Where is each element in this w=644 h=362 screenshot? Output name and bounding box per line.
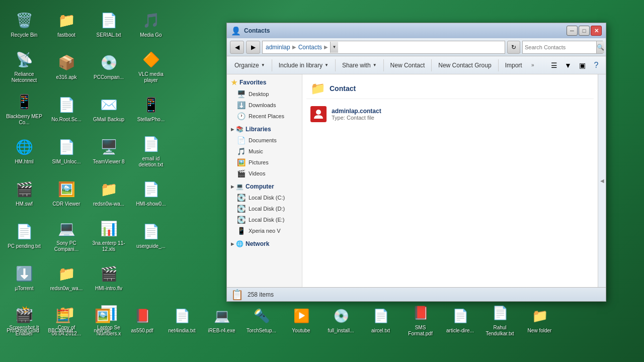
desktop-icon-sim-unlock[interactable]: 📄 SIM_Unloc... xyxy=(46,131,87,171)
close-button[interactable]: ✕ xyxy=(591,26,602,36)
xperia-icon: 📱 xyxy=(237,227,246,235)
help-button[interactable]: ? xyxy=(590,59,603,72)
desktop-icon-userguide[interactable]: 📄 userguide_... xyxy=(131,215,171,255)
sidebar-libraries-header[interactable]: ▶ 📚 Libraries xyxy=(227,124,302,135)
icon-img-media-go: 🎵 xyxy=(141,10,161,30)
icon-img-no-root-sc: 📄 xyxy=(56,95,76,115)
address-adminlap[interactable]: adminlap xyxy=(266,44,290,51)
sidebar-item-videos[interactable]: 🎬 Videos xyxy=(227,168,302,179)
organize-arrow: ▼ xyxy=(261,63,265,67)
icon-label-cdr-viewer: CDR Viewer xyxy=(53,201,80,207)
icon-img-full-install: 💿 xyxy=(331,306,351,326)
desktop-icon-no-root-sc[interactable]: 📄 No.Root.Sc... xyxy=(46,88,87,129)
toolbar-sep-3 xyxy=(383,59,384,71)
desktop-icon-redsn0w-wat[interactable]: 📁 redsn0w_wa... xyxy=(46,257,87,298)
desktop-icon-cdr-viewer[interactable]: 🖼️ CDR Viewer xyxy=(46,173,87,213)
taskbar-icon-sms-format[interactable]: 📕 SMS Format.pdf xyxy=(401,300,439,340)
sidebar-network-header[interactable]: ▶ 🌐 Network xyxy=(227,238,302,249)
taskbar-icon-new-pic[interactable]: 🖼️ new pic xyxy=(84,300,121,340)
desktop-icon-pc-companion[interactable]: 💿 PCCompan... xyxy=(89,46,129,86)
desktop-icon-hm-html[interactable]: 🌐 HM.html xyxy=(4,131,44,171)
desktop-icon-email-id[interactable]: 📄 email id deletion.txt xyxy=(131,131,171,171)
desktop-icon-reliance-netconnect[interactable]: 📡 Reliance Netconnect xyxy=(4,46,44,86)
import-button[interactable]: Import xyxy=(501,58,527,72)
pictures-icon: 🖼️ xyxy=(237,158,246,166)
view-list-button[interactable]: ☰ xyxy=(547,59,560,72)
minimize-button[interactable]: ─ xyxy=(567,26,578,36)
share-with-button[interactable]: Share with ▼ xyxy=(338,58,381,72)
icon-label-fastboot: fastboot xyxy=(57,32,75,38)
computer-arrow-icon: ▶ xyxy=(231,185,234,189)
taskbar-icon-rahul-tendulkar[interactable]: 📄 Rahul Tendulkar.txt xyxy=(481,300,519,340)
taskbar-icon-full-install[interactable]: 💿 full_install... xyxy=(322,300,360,340)
desktop-icon-3na-enterp[interactable]: 📊 3na.enterp 11-12.xls xyxy=(89,215,129,255)
taskbar-icon-new-folder[interactable]: 📁 New folder xyxy=(521,300,558,340)
desktop-icon-gmail-backup[interactable]: ✉️ GMail Backup xyxy=(89,88,129,129)
desktop-icon-stellarphone[interactable]: 📱 StellarPho... xyxy=(131,88,171,129)
desktop-icon-hmi-show[interactable]: 📄 HMI-show0... xyxy=(131,173,171,213)
include-library-button[interactable]: Include in library ▼ xyxy=(274,58,333,72)
icon-label-hmi-intro: HMI-intro.flv xyxy=(95,286,122,292)
desktop-icon-serial-txt[interactable]: 📄 SERIAL.txt xyxy=(89,4,129,44)
icon-label-sony-pc-companion: Sony PC Compani... xyxy=(48,240,85,252)
taskbar-icon-torchsetup[interactable]: 🔦 TorchSetup... xyxy=(243,300,280,340)
desktop-icon-utorrent[interactable]: ⬇️ µTorrent xyxy=(4,257,44,298)
sidebar-favorites-header[interactable]: ★ Favorites xyxy=(227,76,302,88)
desktop-icon-fastboot[interactable]: 📁 fastboot xyxy=(46,4,87,44)
sidebar-item-xperia[interactable]: 📱 Xperia neo V xyxy=(227,225,302,236)
icon-img-hmi-show: 📄 xyxy=(141,179,161,199)
icon-img-vlc-media: 🔶 xyxy=(141,49,161,69)
sidebar-item-downloads[interactable]: ⬇️ Downloads xyxy=(227,100,302,111)
sidebar-item-documents[interactable]: 📄 Documents xyxy=(227,135,302,146)
desktop-icon-sony-pc-companion[interactable]: 💻 Sony PC Compani... xyxy=(46,215,87,255)
organize-button[interactable]: Organize ▼ xyxy=(230,58,270,72)
file-item-adminlap-contact[interactable]: adminlap.contact Type: Contact file xyxy=(306,103,594,125)
sidebar-item-music[interactable]: 🎵 Music xyxy=(227,146,302,157)
refresh-button[interactable]: ↻ xyxy=(507,41,520,54)
forward-button[interactable]: ▶ xyxy=(246,41,260,54)
desktop-icon-recycle-bin[interactable]: 🗑️ Recycle Bin xyxy=(4,4,44,44)
back-button[interactable]: ◀ xyxy=(230,41,244,54)
maximize-button[interactable]: □ xyxy=(579,26,590,36)
icon-label-gmail-backup: GMail Backup xyxy=(93,117,124,123)
taskbar-icon-aircel[interactable]: 📄 aircel.txt xyxy=(362,300,399,340)
toolbar-more-button[interactable]: » xyxy=(528,58,538,72)
address-contacts[interactable]: Contacts xyxy=(298,44,322,51)
desktop-icon-blackberry-mep[interactable]: 📱 Blackberry MEP Co... xyxy=(4,88,44,129)
right-panel-toggle[interactable]: ◀ xyxy=(598,74,606,287)
new-contact-button[interactable]: New Contact xyxy=(386,58,430,72)
icon-label-aircel: aircel.txt xyxy=(371,328,390,334)
sidebar-item-desktop[interactable]: 🖥️ Desktop xyxy=(227,88,302,100)
view-arrow-button[interactable]: ▼ xyxy=(561,59,575,72)
taskbar-icon-net4india[interactable]: 📄 net4india.txt xyxy=(163,300,201,340)
taskbar-icon-ireb[interactable]: 💻 iREB-r4.exe xyxy=(203,300,240,340)
taskbar-icon-youtube[interactable]: ▶️ Youtube xyxy=(282,300,320,340)
sidebar-computer-header[interactable]: ▶ 💻 Computer xyxy=(227,181,302,192)
content-area: ★ Favorites 🖥️ Desktop ⬇️ Downloads 🕐 Re… xyxy=(227,74,606,287)
desktop-icon-hm-swf[interactable]: 🎬 HM.swf xyxy=(4,173,44,213)
sidebar-item-local-e[interactable]: 💽 Local Disk (E:) xyxy=(227,214,302,225)
icon-label-net4india: net4india.txt xyxy=(169,328,196,334)
desktop-icon-redsn0w-wa2[interactable]: 📁 redsn0w-wa... xyxy=(89,173,129,213)
search-button[interactable]: 🔍 xyxy=(596,41,604,53)
desktop-icon-pc-pending[interactable]: 📄 PC pending.txt xyxy=(4,215,44,255)
new-contact-group-button[interactable]: New Contact Group xyxy=(434,58,496,72)
desktop-icon-media-go[interactable]: 🎵 Media Go xyxy=(131,4,171,44)
taskbar-icon-bbcalc[interactable]: 🧮 BBCalculat... xyxy=(44,300,82,340)
desktop-icon-e316apk[interactable]: 📦 e316.apk xyxy=(46,46,87,86)
sidebar-item-pictures[interactable]: 🖼️ Pictures xyxy=(227,157,302,168)
desktop-icon-hmi-intro[interactable]: 🎬 HMI-intro.flv xyxy=(89,257,129,298)
search-input[interactable] xyxy=(523,44,596,50)
sidebar-item-recent-places[interactable]: 🕐 Recent Places xyxy=(227,111,302,122)
icon-label-no-root-sc: No.Root.Sc... xyxy=(51,117,81,123)
desktop-icon-vlc-media[interactable]: 🔶 VLC media player xyxy=(131,46,171,86)
title-bar-buttons: ─ □ ✕ xyxy=(567,26,602,36)
taskbar-icon-as550[interactable]: 📕 as550.pdf xyxy=(123,300,161,340)
taskbar-icon-proshow[interactable]: 🎬 ProShow Gold xyxy=(4,300,42,340)
taskbar-icon-article-dir[interactable]: 📄 article-dire... xyxy=(441,300,479,340)
sidebar-item-local-c[interactable]: 💽 Local Disk (C:) xyxy=(227,192,302,203)
view-preview-button[interactable]: ▣ xyxy=(576,59,589,72)
desktop-icon-teamviewer[interactable]: 🖥️ TeamViewer 8 xyxy=(89,131,129,171)
address-dropdown[interactable]: ▼ xyxy=(330,42,338,53)
sidebar-item-local-d[interactable]: 💽 Local Disk (D:) xyxy=(227,203,302,214)
